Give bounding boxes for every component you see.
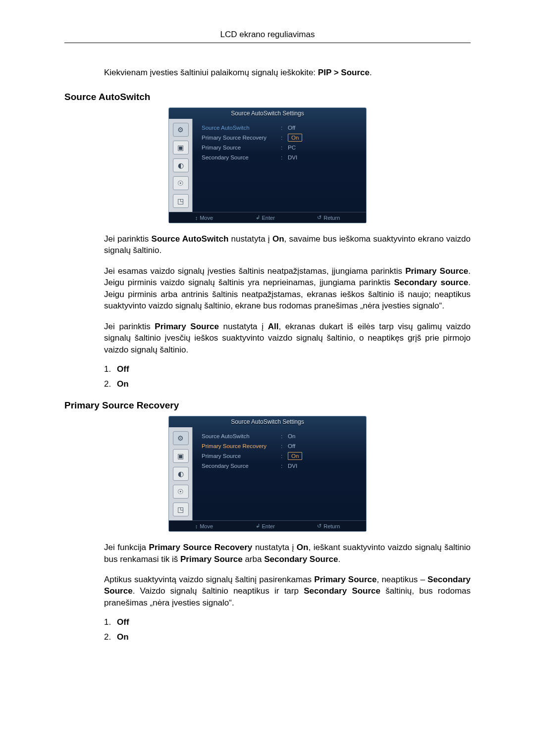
bold-term: Primary Source — [405, 266, 468, 276]
osd-sideicon-3: ◐ — [173, 158, 189, 172]
option-num: 1. — [104, 364, 117, 374]
osd-footer-return: ↺Return — [317, 523, 340, 529]
osd-main: Source AutoSwitch : Off Primary Source R… — [193, 119, 366, 212]
osd-row-label: Primary Source Recovery — [202, 135, 281, 141]
osd-row-label: Primary Source — [202, 453, 281, 459]
text: nustatyta į — [252, 543, 297, 552]
text: Jei parinktis — [104, 322, 155, 331]
move-icon: ↕ — [195, 523, 198, 529]
osd-sideicon-2: ▣ — [173, 141, 189, 154]
option-value: Off — [117, 617, 129, 627]
option-value: On — [117, 632, 129, 642]
osd-row-label: Secondary Source — [202, 154, 281, 160]
osd-body: ⚙ ▣ ◐ ☉ ◳ Source AutoSwitch : Off Primar… — [169, 108, 366, 212]
osd-row-value: Off — [288, 125, 295, 131]
option-item: 1.Off — [104, 364, 471, 374]
option-num: 1. — [104, 617, 117, 627]
colon: : — [281, 135, 288, 141]
text: Jei parinktis — [104, 234, 152, 244]
return-icon: ↺ — [317, 523, 321, 529]
osd-panel: Source AutoSwitch Settings ⚙ ▣ ◐ ☉ ◳ Sou… — [168, 107, 367, 223]
option-value: Off — [117, 364, 129, 374]
osd-footer-return: ↺Return — [317, 214, 340, 221]
text: Aptikus suaktyvintą vaizdo signalų šalti… — [104, 575, 314, 584]
osd-row: Primary Source : PC — [202, 143, 359, 152]
bold-term: Primary Source Recovery — [149, 543, 253, 552]
section1-para1: Jei parinktis Source AutoSwitch nustatyt… — [104, 233, 471, 256]
text: , neaptikus – — [376, 575, 428, 584]
return-icon: ↺ — [317, 214, 321, 221]
text: Jei funkcija — [104, 543, 149, 552]
osd-sideicon-5: ◳ — [173, 194, 189, 208]
osd-row-label: Primary Source Recovery — [202, 443, 281, 449]
osd-title: Source AutoSwitch Settings — [231, 110, 304, 117]
osd-row-label: Primary Source — [202, 145, 281, 151]
enter-label: Enter — [262, 215, 275, 221]
option-item: 1.Off — [104, 617, 471, 627]
colon: : — [281, 125, 288, 131]
move-label: Move — [200, 215, 213, 221]
colon: : — [281, 443, 288, 449]
osd-row-value: On — [288, 452, 302, 460]
osd-row-label: Secondary Source — [202, 463, 281, 469]
osd-sideicon-1: ⚙ — [173, 123, 189, 137]
osd-sideicon-4: ☉ — [173, 176, 189, 190]
osd-body: ⚙ ▣ ◐ ☉ ◳ Source AutoSwitch : On Primary… — [169, 416, 366, 520]
bold-term: On — [272, 234, 284, 244]
section2-para1: Jei funkcija Primary Source Recovery nus… — [104, 542, 471, 565]
osd-footer-enter: ↲Enter — [256, 523, 275, 529]
option-num: 2. — [104, 632, 117, 642]
page-header: LCD ekrano reguliavimas — [64, 30, 471, 43]
osd-row: Secondary Source : DVI — [202, 152, 359, 162]
colon: : — [281, 453, 288, 459]
osd-sidebar: ⚙ ▣ ◐ ☉ ◳ — [169, 427, 193, 520]
osd-row-value: Off — [288, 443, 295, 449]
section-heading-primary-source-recovery: Primary Source Recovery — [64, 400, 471, 411]
osd-row: Source AutoSwitch : Off — [202, 123, 359, 133]
osd-row: Secondary Source : DVI — [202, 461, 359, 471]
colon: : — [281, 433, 288, 439]
intro-text: Kiekvienam įvesties šaltiniui palaikomų … — [104, 68, 471, 78]
enter-label: Enter — [262, 523, 275, 529]
osd-row-label: Source AutoSwitch — [202, 125, 281, 131]
osd-screenshot-2: Source AutoSwitch Settings ⚙ ▣ ◐ ☉ ◳ Sou… — [64, 416, 471, 532]
text: . Vaizdo signalų šaltinio neaptikus ir t… — [133, 586, 304, 596]
intro-path: PIP > Source — [318, 68, 370, 77]
osd-row: Primary Source Recovery : On — [202, 133, 359, 143]
section-heading-source-autoswitch: Source AutoSwitch — [64, 92, 471, 102]
osd-sidebar: ⚙ ▣ ◐ ☉ ◳ — [169, 119, 193, 212]
bold-term: Primary Source — [180, 554, 243, 564]
osd-row-label: Source AutoSwitch — [202, 433, 281, 439]
move-label: Move — [200, 523, 213, 529]
section2-para2: Aptikus suaktyvintą vaizdo signalų šalti… — [104, 574, 471, 608]
osd-row-value: On — [288, 433, 295, 439]
intro-suffix: . — [370, 68, 372, 77]
enter-icon: ↲ — [256, 214, 260, 221]
osd-row: Primary Source Recovery : Off — [202, 441, 359, 451]
osd-row-value: On — [288, 134, 302, 142]
bold-term: Secondary source — [394, 278, 468, 287]
colon: : — [281, 154, 288, 160]
colon: : — [281, 463, 288, 469]
bold-term: Primary Source — [155, 322, 219, 331]
osd-sideicon-3: ◐ — [173, 467, 189, 481]
enter-icon: ↲ — [256, 523, 260, 529]
osd-title: Source AutoSwitch Settings — [231, 418, 304, 425]
osd-screenshot-1: Source AutoSwitch Settings ⚙ ▣ ◐ ☉ ◳ Sou… — [64, 107, 471, 223]
osd-row-value: DVI — [288, 154, 297, 160]
bold-term: Secondary Source — [304, 586, 380, 596]
bold-term: Primary Source — [314, 575, 376, 584]
text: nustatyta į — [219, 322, 268, 331]
osd-sideicon-1: ⚙ — [173, 431, 189, 445]
option-value: On — [117, 379, 129, 389]
move-icon: ↕ — [195, 215, 198, 221]
text: Jei esamas vaizdo signalų įvesties šalti… — [104, 266, 405, 276]
osd-footer-move: ↕Move — [195, 214, 213, 221]
text: . — [338, 554, 340, 564]
section2-options: 1.Off 2.On — [104, 617, 471, 642]
option-item: 2.On — [104, 379, 471, 389]
bold-term: Source AutoSwitch — [152, 234, 229, 244]
option-num: 2. — [104, 379, 117, 389]
section1-para2: Jei esamas vaizdo signalų įvesties šalti… — [104, 265, 471, 312]
return-label: Return — [323, 215, 340, 221]
